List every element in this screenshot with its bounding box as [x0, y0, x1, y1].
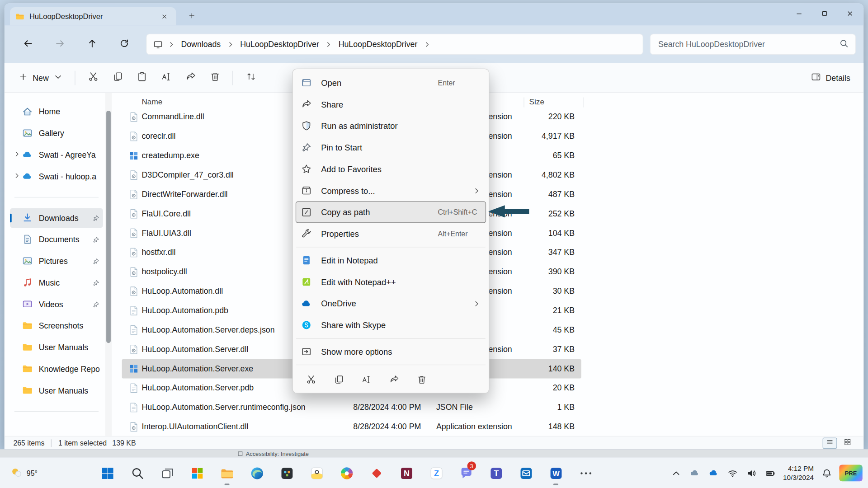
- details-button[interactable]: Details: [805, 68, 856, 88]
- rename-button[interactable]: [154, 67, 178, 89]
- chevron-right-icon[interactable]: [11, 150, 22, 160]
- menu-item-copy-as-path[interactable]: Copy as pathCtrl+Shift+C: [296, 202, 486, 223]
- search-input[interactable]: [657, 39, 839, 49]
- column-divider[interactable]: [584, 98, 584, 108]
- share-button[interactable]: [178, 67, 203, 89]
- menu-item-compress-to[interactable]: Compress to...: [296, 180, 486, 202]
- taskbar-app-snip[interactable]: [304, 460, 329, 486]
- sidebar-item-home[interactable]: Home: [10, 102, 103, 122]
- new-tab-button[interactable]: [185, 10, 198, 23]
- sidebar-item-screenshots[interactable]: Screenshots: [10, 316, 103, 336]
- chevron-right-icon[interactable]: [168, 41, 175, 48]
- taskbar-app-taskview[interactable]: [155, 460, 179, 486]
- taskbar-app-search[interactable]: [125, 460, 150, 486]
- taskbar-app-outlook[interactable]: [514, 460, 538, 486]
- menu-item-run-as-administrator[interactable]: Run as administrator: [296, 115, 486, 137]
- battery-icon[interactable]: [764, 467, 776, 479]
- column-divider[interactable]: [524, 98, 524, 108]
- sidebar-item-gallery[interactable]: Gallery: [10, 123, 103, 143]
- sidebar-item-onedrive-huloop[interactable]: Swati - huloop.a: [10, 167, 103, 187]
- sidebar-scrollbar[interactable]: [105, 93, 112, 436]
- sidebar-item-music[interactable]: Music: [10, 273, 103, 293]
- menu-item-onedrive[interactable]: OneDrive: [296, 293, 486, 314]
- sidebar-item-downloads[interactable]: Downloads: [10, 208, 103, 228]
- up-button[interactable]: [82, 34, 102, 54]
- menu-quick-rename-button[interactable]: [357, 371, 377, 388]
- refresh-button[interactable]: [114, 34, 134, 54]
- scrollbar-thumb[interactable]: [106, 111, 111, 343]
- paste-button[interactable]: [130, 67, 154, 89]
- sort-button[interactable]: [239, 67, 263, 89]
- onedrive-business-icon[interactable]: [708, 467, 720, 479]
- onedrive-personal-icon[interactable]: [689, 467, 701, 479]
- maximize-button[interactable]: [811, 3, 837, 25]
- file-row[interactable]: HuLoop.Automation.Server.runtimeconfig.j…: [122, 398, 581, 417]
- taskbar-app-onenote[interactable]: N: [394, 460, 419, 486]
- menu-item-edit-in-notepad[interactable]: Edit in Notepad: [296, 249, 486, 271]
- menu-quick-cut-button[interactable]: [301, 371, 321, 388]
- chevron-right-icon[interactable]: [424, 41, 431, 48]
- weather-widget[interactable]: 95°: [5, 462, 42, 484]
- taskbar-app-explorer[interactable]: [215, 460, 239, 486]
- menu-item-share[interactable]: Share: [296, 94, 486, 115]
- breadcrumb-downloads[interactable]: Downloads: [179, 38, 223, 50]
- menu-item-edit-with-notepad[interactable]: Edit with Notepad++: [296, 271, 486, 293]
- breadcrumb-folder-1[interactable]: HuLoopDesktopDriver: [238, 38, 321, 50]
- menu-item-properties[interactable]: PropertiesAlt+Enter: [296, 223, 486, 244]
- taskbar-app-teams[interactable]: T: [484, 460, 508, 486]
- menu-quick-delete-button[interactable]: [412, 371, 432, 388]
- sidebar-item-user-manuals-2[interactable]: User Manuals: [10, 380, 103, 400]
- breadcrumb-folder-2[interactable]: HuLoopDesktopDriver: [336, 38, 420, 50]
- menu-quick-share-button[interactable]: [384, 371, 404, 388]
- taskbar-app-word[interactable]: W: [543, 460, 568, 486]
- sidebar-item-onedrive-agreeya[interactable]: Swati - AgreeYa: [10, 145, 103, 165]
- menu-item-open[interactable]: OpenEnter: [296, 72, 486, 94]
- close-button[interactable]: [837, 3, 862, 25]
- details-view-button[interactable]: [823, 437, 837, 448]
- copy-button[interactable]: [105, 67, 130, 89]
- icons-view-button[interactable]: [840, 437, 855, 448]
- sidebar-item-documents[interactable]: Documents: [10, 230, 103, 249]
- sidebar-item-pictures[interactable]: Pictures: [10, 251, 103, 271]
- cut-button[interactable]: [81, 67, 105, 89]
- taskbar-app-edge[interactable]: [245, 460, 269, 486]
- taskbar-app-chat[interactable]: 3: [454, 460, 478, 486]
- notifications-bell-icon[interactable]: [821, 467, 833, 479]
- chevron-right-icon[interactable]: [227, 41, 234, 48]
- menu-item-add-to-favorites[interactable]: Add to Favorites: [296, 158, 486, 180]
- pre-badge[interactable]: PRE: [839, 465, 862, 482]
- search-box[interactable]: [650, 34, 856, 55]
- wifi-icon[interactable]: [726, 467, 739, 479]
- tray-chevron-icon[interactable]: [670, 467, 682, 479]
- taskbar-app-darkapp[interactable]: [274, 460, 299, 486]
- delete-button[interactable]: [203, 67, 227, 89]
- minimize-button[interactable]: [786, 3, 811, 25]
- tab-close-icon[interactable]: [158, 10, 170, 23]
- menu-item-pin-to-start[interactable]: Pin to Start: [296, 136, 486, 158]
- taskbar-app-reddiamond[interactable]: [364, 460, 389, 486]
- sidebar-item-videos[interactable]: Videos: [10, 294, 103, 314]
- chevron-right-icon[interactable]: [11, 172, 22, 181]
- menu-item-show-more-options[interactable]: Show more options: [296, 341, 486, 362]
- column-header-size[interactable]: Size: [529, 98, 544, 107]
- taskbar-app-more[interactable]: [574, 460, 598, 486]
- file-icon-dll: [128, 344, 139, 355]
- taskbar-app-zoom[interactable]: Z: [424, 460, 448, 486]
- taskbar-app-paint[interactable]: [335, 460, 359, 486]
- menu-quick-copy-button[interactable]: [329, 371, 349, 388]
- column-header-name[interactable]: Name: [142, 98, 162, 107]
- chevron-right-icon[interactable]: [325, 41, 332, 48]
- taskbar-app-office[interactable]: [185, 460, 209, 486]
- explorer-tab[interactable]: HuLoopDesktopDriver: [10, 7, 176, 25]
- back-button[interactable]: [18, 34, 38, 54]
- file-row[interactable]: Interop.UIAutomationClient.dll8/28/2024 …: [122, 417, 581, 436]
- new-button[interactable]: New: [12, 69, 69, 87]
- sidebar-item-user-manuals-1[interactable]: User Manuals: [10, 338, 103, 357]
- sidebar-item-knowledge-repo[interactable]: Knowledge Repo: [10, 359, 103, 379]
- volume-icon[interactable]: [745, 467, 758, 479]
- menu-item-share-with-skype[interactable]: Share with Skype: [296, 314, 486, 336]
- forward-button[interactable]: [50, 34, 70, 54]
- taskbar-app-start[interactable]: [95, 460, 120, 486]
- breadcrumb[interactable]: Downloads HuLoopDesktopDriver HuLoopDesk…: [146, 34, 643, 55]
- taskbar-clock[interactable]: 4:12 PM 10/3/2024: [783, 464, 814, 482]
